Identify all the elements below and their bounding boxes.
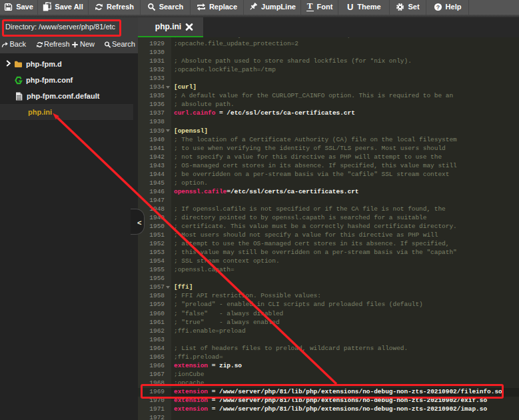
svg-text:?: ? <box>436 3 439 10</box>
